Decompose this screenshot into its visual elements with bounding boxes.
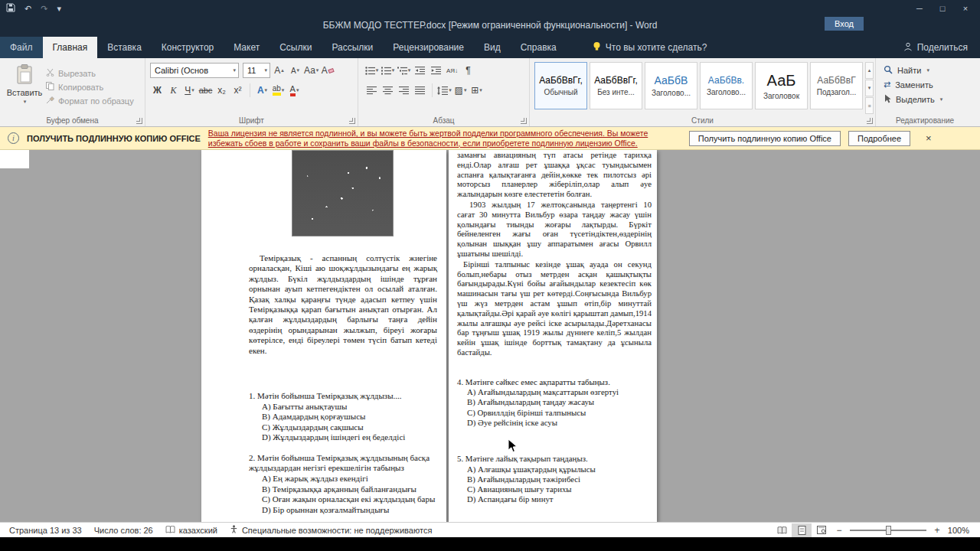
pilcrow-button[interactable]: ¶ bbox=[461, 63, 475, 78]
qat-customize-icon[interactable]: ▾ bbox=[57, 3, 61, 14]
answer-option: А) Ең жарық жұлдыз екендігі bbox=[249, 474, 437, 484]
word-window: ↶ ↷ ▾ ББЖМ МОДО ТЕСТТЕР.docx [Режим огра… bbox=[0, 0, 980, 551]
justify-button[interactable] bbox=[413, 83, 427, 98]
style-card-heading2[interactable]: АаБбВв.Заголово... bbox=[700, 62, 753, 109]
clear-formatting-button[interactable]: А bbox=[320, 63, 335, 78]
style-card-subtitle[interactable]: АаБбВвГПодзагол... bbox=[810, 62, 863, 109]
text-effects-letter: А bbox=[257, 85, 264, 96]
tab-mailings[interactable]: Рассылки bbox=[322, 37, 383, 58]
copy-button[interactable]: Копировать bbox=[46, 80, 134, 93]
tab-home[interactable]: Главная bbox=[43, 37, 98, 58]
borders-button[interactable]: ⊞▾ bbox=[469, 83, 484, 98]
web-layout-button[interactable] bbox=[812, 523, 831, 537]
tab-review[interactable]: Рецензирование bbox=[383, 37, 474, 58]
line-spacing-button[interactable]: ▾ bbox=[437, 83, 452, 98]
highlight-letters: ab bbox=[273, 85, 281, 96]
up-arrow-icon: ▴ bbox=[281, 67, 284, 73]
save-icon[interactable] bbox=[6, 3, 15, 15]
align-left-button[interactable] bbox=[364, 83, 379, 98]
align-center-button[interactable] bbox=[381, 83, 395, 98]
dropdown-icon: ▾ bbox=[392, 67, 395, 73]
bold-button[interactable]: Ж bbox=[150, 83, 165, 98]
maximize-icon[interactable]: □ bbox=[931, 2, 954, 15]
bullets-button[interactable]: ▾ bbox=[364, 63, 379, 78]
multilevel-list-button[interactable]: ▾ bbox=[397, 63, 411, 78]
grow-font-button[interactable]: А▴ bbox=[272, 63, 286, 78]
paragraph-dialog-launcher[interactable] bbox=[521, 118, 527, 124]
gallery-scroll-up-icon[interactable]: ▴ bbox=[865, 62, 874, 79]
style-card-heading1[interactable]: АаБбВЗаголово... bbox=[645, 62, 697, 109]
font-dialog-launcher[interactable] bbox=[349, 118, 355, 124]
tab-references[interactable]: Ссылки bbox=[270, 37, 322, 58]
zoom-slider[interactable] bbox=[850, 530, 926, 531]
gallery-scroll-down-icon[interactable]: ▾ bbox=[865, 80, 874, 96]
highlight-color-button[interactable]: ab▾ bbox=[271, 83, 286, 98]
document-page-left[interactable]: Темірқазық - аспанның солтүстік жиегіне … bbox=[201, 150, 446, 522]
superscript-button[interactable]: x² bbox=[230, 83, 245, 98]
style-card-title[interactable]: АаБЗаголовок bbox=[755, 62, 808, 109]
change-case-button[interactable]: Аа▾ bbox=[304, 63, 318, 78]
sort-button[interactable]: АЯ↓ bbox=[445, 63, 459, 78]
print-layout-button[interactable] bbox=[792, 523, 812, 537]
italic-button[interactable]: К bbox=[166, 83, 181, 98]
font-size-combobox[interactable]: 11▾ bbox=[243, 63, 270, 78]
clipboard-dialog-launcher[interactable] bbox=[136, 118, 142, 124]
shading-button[interactable]: ▨▾ bbox=[453, 83, 468, 98]
language-indicator[interactable]: казахский bbox=[159, 526, 224, 535]
font-name-combobox[interactable]: Calibri (Основ▾ bbox=[150, 63, 239, 78]
paste-button[interactable]: Вставить ▾ bbox=[3, 61, 46, 114]
increase-indent-button[interactable] bbox=[429, 63, 443, 78]
learn-more-button[interactable]: Подробнее bbox=[848, 131, 910, 146]
zoom-handle[interactable] bbox=[886, 526, 891, 535]
format-painter-label: Формат по образцу bbox=[58, 96, 134, 106]
gallery-more-icon[interactable]: ≡ bbox=[865, 97, 874, 114]
body-paragraph: Бірінші талпыныс кезінде ұшақ ауада он с… bbox=[457, 259, 652, 357]
tell-me-box[interactable]: Что вы хотите сделать? bbox=[593, 37, 707, 58]
zoom-out-button[interactable]: − bbox=[831, 525, 847, 536]
paste-label: Вставить bbox=[7, 88, 43, 97]
style-card-no-spacing[interactable]: АаБбВвГг,Без инте... bbox=[590, 62, 642, 109]
get-genuine-office-button[interactable]: Получить подлинную копию Office bbox=[689, 131, 841, 146]
tab-file[interactable]: Файл bbox=[0, 37, 43, 58]
align-right-button[interactable] bbox=[397, 83, 411, 98]
page-number-indicator[interactable]: Страница 13 из 33 bbox=[3, 526, 88, 535]
zoom-level[interactable]: 100% bbox=[945, 526, 977, 535]
document-page-right[interactable]: заманғы авиацияның түп атасы ретінде тар… bbox=[449, 150, 657, 522]
tab-help[interactable]: Справка bbox=[511, 37, 567, 58]
close-banner-icon[interactable]: × bbox=[921, 132, 936, 144]
numbering-button[interactable]: ▾ bbox=[381, 63, 395, 78]
redo-icon[interactable]: ↷ bbox=[41, 3, 47, 14]
decrease-indent-button[interactable] bbox=[413, 63, 427, 78]
word-count-label: Число слов: 26 bbox=[94, 526, 153, 535]
undo-icon[interactable]: ↶ bbox=[24, 3, 31, 14]
tab-design[interactable]: Конструктор bbox=[152, 37, 224, 58]
license-bar-title: ПОЛУЧИТЬ ПОДЛИННУЮ КОПИЮ OFFICE bbox=[27, 134, 201, 143]
share-button[interactable]: Поделиться bbox=[903, 37, 968, 58]
tab-insert[interactable]: Вставка bbox=[97, 37, 152, 58]
text-effects-button[interactable]: А▾ bbox=[255, 83, 270, 98]
subscript-button[interactable]: x₂ bbox=[214, 83, 229, 98]
underline-button[interactable]: Ч▾ bbox=[182, 83, 197, 98]
find-button[interactable]: Найти ▾ bbox=[884, 64, 971, 77]
person-icon bbox=[903, 42, 913, 54]
cut-button[interactable]: Вырезать bbox=[46, 67, 134, 80]
style-card-normal[interactable]: АаБбВвГг,Обычный bbox=[534, 62, 587, 109]
answer-option: А) Алғашқы ұшақтардың құрылысы bbox=[457, 465, 652, 474]
close-icon[interactable]: × bbox=[954, 2, 977, 15]
strikethrough-button[interactable]: abc bbox=[198, 83, 213, 98]
sign-in-button[interactable]: Вход bbox=[825, 17, 864, 31]
format-painter-button[interactable]: Формат по образцу bbox=[46, 94, 134, 107]
replace-button[interactable]: ⇄ Заменить bbox=[884, 78, 971, 91]
accessibility-indicator[interactable]: Специальные возможности: не поддерживают… bbox=[224, 525, 438, 535]
style-name: Обычный bbox=[544, 88, 577, 96]
tab-layout[interactable]: Макет bbox=[224, 37, 270, 58]
word-count-indicator[interactable]: Число слов: 26 bbox=[88, 526, 159, 535]
font-color-button[interactable]: А▾ bbox=[287, 83, 302, 98]
styles-dialog-launcher[interactable] bbox=[867, 118, 873, 124]
select-button[interactable]: Выделить ▾ bbox=[884, 93, 971, 106]
minimize-icon[interactable]: ─ bbox=[908, 2, 931, 15]
tab-view[interactable]: Вид bbox=[474, 37, 511, 58]
shrink-font-button[interactable]: А▾ bbox=[288, 63, 302, 78]
zoom-in-button[interactable]: + bbox=[929, 525, 945, 536]
read-mode-button[interactable] bbox=[772, 523, 792, 537]
